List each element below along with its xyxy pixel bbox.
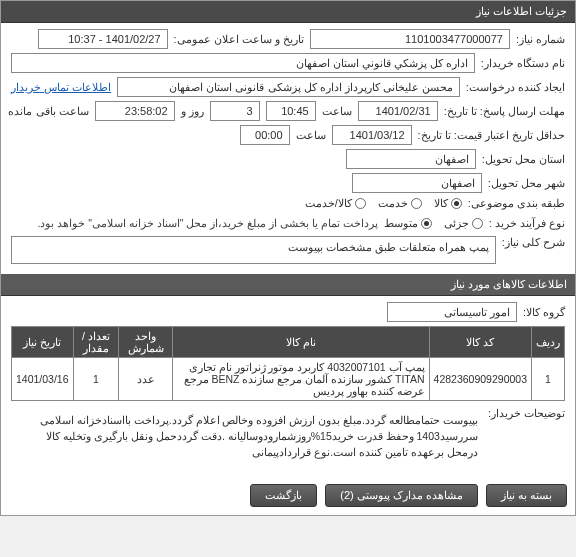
time-remain: 23:58:02 — [95, 101, 175, 121]
del-city-label: شهر محل تحویل: — [488, 177, 565, 190]
th-qty: تعداد / مقدار — [73, 327, 119, 358]
validity-time-label: ساعت — [296, 129, 326, 142]
process-label: نوع فرآیند خرید : — [489, 217, 565, 230]
remarks-label: توضیحات خریدار: — [488, 407, 565, 420]
category-radios: کالا خدمت کالا/خدمت — [305, 197, 462, 210]
back-button[interactable]: بسته به نیاز — [486, 484, 567, 507]
announce-label: تاریخ و ساعت اعلان عمومی: — [174, 33, 304, 46]
remarks-text: بپیوست حتمامطالعه گردد.مبلغ بدون ارزش اف… — [11, 407, 482, 466]
items-table: ردیف کد کالا نام کالا واحد شمارش تعداد /… — [11, 326, 565, 401]
req-city-label: استان محل تحویل: — [482, 153, 565, 166]
req-city: اصفهان — [346, 149, 476, 169]
number-field: 1101003477000077 — [310, 29, 510, 49]
cell-qty: 1 — [73, 358, 119, 401]
remain-label: ساعت باقی مانده — [8, 105, 88, 118]
radio-goods[interactable]: کالا — [434, 197, 462, 210]
deadline-date: 1401/02/31 — [358, 101, 438, 121]
radio-service-icon — [411, 198, 422, 209]
contact-link[interactable]: اطلاعات تماس خریدار — [11, 81, 111, 94]
radio-goods-label: کالا — [434, 197, 448, 210]
validity-time: 00:00 — [240, 125, 290, 145]
th-date: تاریخ نیاز — [12, 327, 74, 358]
cell-idx: 1 — [532, 358, 565, 401]
main-header: جزئیات اطلاعات نیاز — [1, 1, 575, 23]
attachments-button[interactable]: مشاهده مدارک پیوستی (2) — [325, 484, 478, 507]
radio-goods-icon — [451, 198, 462, 209]
cell-date: 1401/03/16 — [12, 358, 74, 401]
announce-field: 1401/02/27 - 10:37 — [38, 29, 168, 49]
desc-field: پمپ همراه متعلقات طبق مشخصات بپیوست — [11, 236, 496, 264]
validity-date: 1401/03/12 — [332, 125, 412, 145]
button-bar: بسته به نیاز مشاهده مدارک پیوستی (2) باز… — [1, 476, 575, 515]
group-label: گروه کالا: — [523, 306, 565, 319]
validity-label: حداقل تاریخ اعتبار قیمت: تا تاریخ: — [418, 129, 565, 142]
radio-medium-icon — [421, 218, 432, 229]
table-row: 1 4282360909290003 پمپ آب 4032007101 کار… — [12, 358, 565, 401]
cell-unit: عدد — [119, 358, 172, 401]
goback-button[interactable]: بازگشت — [250, 484, 317, 507]
desc-label: شرح کلی نیاز: — [502, 236, 565, 249]
radio-medium[interactable]: متوسط — [384, 217, 432, 230]
header-title: جزئیات اطلاعات نیاز — [476, 5, 567, 17]
th-unit: واحد شمارش — [119, 327, 172, 358]
radio-service-label: خدمت — [378, 197, 408, 210]
number-label: شماره نیاز: — [516, 33, 565, 46]
group-field: امور تاسیساتی — [387, 302, 517, 322]
radio-both-label: کالا/خدمت — [305, 197, 352, 210]
buyer-label: نام دستگاه خریدار: — [481, 57, 565, 70]
radio-service[interactable]: خدمت — [378, 197, 422, 210]
deadline-label: مهلت ارسال پاسخ: تا تاریخ: — [444, 105, 565, 118]
days-remain: 3 — [210, 101, 260, 121]
radio-minor[interactable]: جزئی — [444, 217, 483, 230]
payment-note: پرداخت تمام یا بخشی از مبلغ خرید،از محل … — [37, 214, 377, 232]
items-header: اطلاعات کالاهای مورد نیاز — [1, 274, 575, 296]
process-radios: جزئی متوسط — [384, 217, 483, 230]
deadline-time: 10:45 — [266, 101, 316, 121]
days-label: روز و — [181, 105, 204, 118]
deadline-time-label: ساعت — [322, 105, 352, 118]
table-header-row: ردیف کد کالا نام کالا واحد شمارش تعداد /… — [12, 327, 565, 358]
radio-both[interactable]: کالا/خدمت — [305, 197, 366, 210]
creator-label: ایجاد کننده درخواست: — [466, 81, 565, 94]
cell-name: پمپ آب 4032007101 کاربرد موتور ژنراتور ن… — [172, 358, 429, 401]
category-label: طبقه بندی موضوعی: — [468, 197, 565, 210]
items-header-title: اطلاعات کالاهای مورد نیاز — [451, 278, 567, 290]
del-city: اصفهان — [352, 173, 482, 193]
th-name: نام کالا — [172, 327, 429, 358]
radio-medium-label: متوسط — [384, 217, 418, 230]
radio-minor-icon — [472, 218, 483, 229]
th-code: کد کالا — [429, 327, 531, 358]
cell-code: 4282360909290003 — [429, 358, 531, 401]
radio-both-icon — [355, 198, 366, 209]
buyer-field: اداره كل پزشكي قانوني استان اصفهان — [11, 53, 475, 73]
radio-minor-label: جزئی — [444, 217, 469, 230]
th-row: ردیف — [532, 327, 565, 358]
creator-field: محسن علیخانی کارپرداز اداره کل پزشکی قان… — [117, 77, 460, 97]
